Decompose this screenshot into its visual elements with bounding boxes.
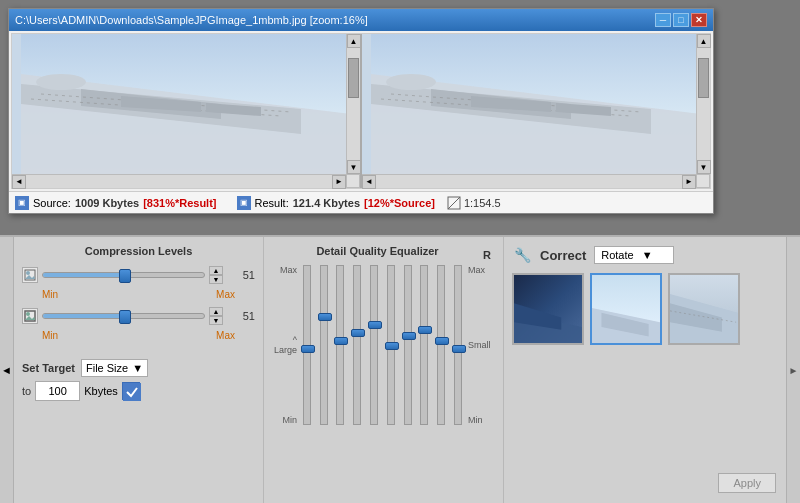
scroll-up-btn[interactable]: ▲ — [347, 34, 361, 48]
ratio-icon — [447, 196, 461, 210]
rotate-dropdown-arrow: ▼ — [642, 249, 653, 261]
result-scrollbar-v[interactable]: ▲ ▼ — [696, 34, 710, 174]
slider2-container[interactable] — [42, 306, 205, 326]
source-scrollbar-v[interactable]: ▲ ▼ — [346, 34, 360, 174]
scroll-down-btn[interactable]: ▼ — [347, 160, 361, 174]
eq-thumb-3[interactable] — [334, 337, 348, 345]
svg-point-15 — [386, 74, 436, 90]
wrench-icon: 🔧 — [512, 245, 532, 265]
eq-track-4[interactable] — [353, 265, 361, 425]
eq-track-1[interactable] — [303, 265, 311, 425]
eq-track-3[interactable] — [336, 265, 344, 425]
eq-thumb-4[interactable] — [351, 329, 365, 337]
eq-col-8 — [418, 265, 432, 425]
eq-track-7[interactable] — [404, 265, 412, 425]
slider2-value: 51 — [227, 310, 255, 322]
target-row: to Kbytes — [22, 381, 255, 401]
thumbnail-1[interactable] — [512, 273, 584, 345]
slider1-up-arrow[interactable]: ▲ — [209, 266, 223, 275]
maximize-button[interactable]: □ — [673, 13, 689, 27]
result-scroll-up-btn[interactable]: ▲ — [697, 34, 711, 48]
min-max-row2: Min Max — [22, 330, 255, 341]
slider2-track[interactable] — [42, 313, 205, 319]
source-label: Source: — [33, 197, 71, 209]
slider2-row: ▲ ▼ 51 — [22, 306, 255, 326]
svg-point-6 — [36, 74, 86, 90]
source-size: 1009 Kbytes — [75, 197, 139, 209]
eq-track-9[interactable] — [437, 265, 445, 425]
slider1-container[interactable] — [42, 265, 205, 285]
scroll-thumb-v[interactable] — [348, 58, 359, 98]
svg-point-21 — [26, 271, 30, 275]
close-button[interactable]: ✕ — [691, 13, 707, 27]
target-value-input[interactable] — [35, 381, 80, 401]
slider1-value: 51 — [227, 269, 255, 281]
eq-thumb-6[interactable] — [385, 342, 399, 350]
eq-left-labels: Max ^ Large Min — [272, 265, 300, 425]
source-percent: [831%*Result] — [143, 197, 216, 209]
result-scroll-right-btn[interactable]: ► — [682, 175, 696, 189]
result-scroll-thumb-v[interactable] — [698, 58, 709, 98]
min-max-row1: Min Max — [22, 289, 255, 300]
titlebar: C:\Users\ADMIN\Downloads\SampleJPGImage_… — [9, 9, 713, 31]
target-icon-button[interactable] — [122, 382, 140, 400]
panel-right-arrow[interactable]: ► — [786, 237, 800, 503]
thumbnail-3[interactable] — [668, 273, 740, 345]
eq-thumb-8[interactable] — [418, 326, 432, 334]
collapse-arrow[interactable]: ◄ — [0, 237, 14, 503]
slider2-thumb[interactable] — [119, 310, 131, 324]
status-bar: ▣ Source: 1009 Kbytes [831%*Result] ▣ Re… — [9, 191, 713, 213]
eq-thumb-5[interactable] — [368, 321, 382, 329]
eq-r-label: R — [483, 249, 491, 261]
apply-button[interactable]: Apply — [718, 473, 776, 493]
scroll-track-v[interactable] — [347, 48, 360, 160]
minimize-button[interactable]: ─ — [655, 13, 671, 27]
result-percent: [12%*Source] — [364, 197, 435, 209]
result-scroll-track-v[interactable] — [697, 48, 710, 160]
eq-thumb-7[interactable] — [402, 332, 416, 340]
result-scroll-h-track[interactable] — [376, 175, 682, 188]
collapse-icon: ◄ — [1, 364, 12, 376]
result-pane: ▲ ▼ ◄ ► — [360, 34, 710, 188]
source-scrollbar-h[interactable]: ◄ ► — [12, 174, 346, 188]
scroll-h-track[interactable] — [26, 175, 332, 188]
eq-track-10[interactable] — [454, 265, 462, 425]
slider2-down-arrow[interactable]: ▼ — [209, 316, 223, 325]
dropdown-arrow-icon: ▼ — [132, 362, 143, 374]
image-icon-1 — [24, 269, 36, 281]
to-label: to — [22, 385, 31, 397]
max-label1: Max — [216, 289, 235, 300]
slider2-arrows: ▲ ▼ — [209, 307, 223, 325]
slider1-arrows: ▲ ▼ — [209, 266, 223, 284]
slider1-track[interactable] — [42, 272, 205, 278]
scroll-right-btn[interactable]: ► — [332, 175, 346, 189]
result-scrollbar-h[interactable]: ◄ ► — [362, 174, 696, 188]
rotate-dropdown[interactable]: Rotate ▼ — [594, 246, 674, 264]
source-icon: ▣ — [15, 196, 29, 210]
ratio-area: 1:154.5 — [447, 196, 501, 210]
eq-thumb-1[interactable] — [301, 345, 315, 353]
slider1-thumb[interactable] — [119, 269, 131, 283]
eq-track-6[interactable] — [387, 265, 395, 425]
svg-line-19 — [448, 197, 460, 209]
eq-thumb-2[interactable] — [318, 313, 332, 321]
thumbnail-2[interactable] — [590, 273, 662, 345]
slider1-row: ▲ ▼ 51 — [22, 265, 255, 285]
eq-min-label: Min — [272, 415, 297, 425]
slider2-up-arrow[interactable]: ▲ — [209, 307, 223, 316]
file-size-dropdown[interactable]: File Size ▼ — [81, 359, 148, 377]
scroll-left-btn[interactable]: ◄ — [12, 175, 26, 189]
compression-title: Compression Levels — [22, 245, 255, 257]
correct-label: Correct — [540, 248, 586, 263]
eq-track-2[interactable] — [320, 265, 328, 425]
eq-thumb-9[interactable] — [435, 337, 449, 345]
eq-col-4 — [350, 265, 364, 425]
thumb-svg-1 — [514, 275, 582, 343]
eq-thumb-10[interactable] — [452, 345, 466, 353]
slider1-down-arrow[interactable]: ▼ — [209, 275, 223, 284]
result-scroll-left-btn[interactable]: ◄ — [362, 175, 376, 189]
eq-track-8[interactable] — [420, 265, 428, 425]
result-scroll-down-btn[interactable]: ▼ — [697, 160, 711, 174]
correct-header: 🔧 Correct Rotate ▼ — [512, 245, 778, 265]
eq-track-5[interactable] — [370, 265, 378, 425]
